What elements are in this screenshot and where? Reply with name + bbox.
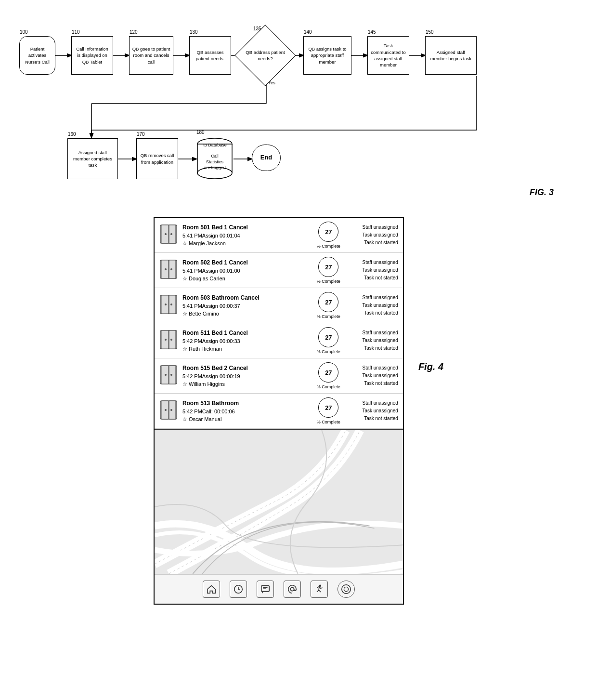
- status-line: Staff unassigned: [345, 329, 398, 337]
- percent-label: % Complete: [317, 349, 340, 354]
- task-person: ☆ Douglas Carlen: [182, 275, 312, 283]
- task-info: Room 502 Bed 1 Cancel 5:41 PMAssign 00:0…: [182, 258, 312, 283]
- home-icon[interactable]: [203, 581, 220, 598]
- task-info: Room 501 Bed 1 Cancel 5:41 PMAssign 00:0…: [182, 223, 312, 248]
- task-title: Room 513 Bathroom: [182, 399, 312, 408]
- status-line: Task unassigned: [345, 231, 398, 239]
- svg-point-37: [165, 304, 167, 305]
- chat-icon[interactable]: [257, 581, 274, 598]
- node-120-label: 120: [130, 29, 138, 36]
- task-time: 5:41 PMAssign 00:01:00: [182, 267, 312, 275]
- task-title: Room 511 Bed 1 Cancel: [182, 329, 312, 337]
- status-line: Task not started: [345, 274, 398, 282]
- svg-point-33: [170, 268, 172, 270]
- task-time: 5:41 PMAssign 00:01:04: [182, 232, 312, 240]
- task-person: ☆ Oscar Manual: [182, 415, 312, 423]
- node-end-text: End: [260, 153, 273, 162]
- task-status: Staff unassignedTask unassignedTask not …: [345, 259, 398, 282]
- status-line: Task unassigned: [345, 266, 398, 274]
- node-180: 180 Call Statistics are Logged to Databa…: [196, 137, 234, 180]
- task-person: ☆ Ruth Hickman: [182, 345, 312, 353]
- door-icon: [159, 330, 178, 352]
- svg-text:Statistics: Statistics: [206, 159, 224, 164]
- node-110: 110 Call Information is displayed on QB …: [71, 36, 113, 75]
- fig4-label: Fig. 4: [418, 361, 443, 372]
- percent-label: % Complete: [317, 314, 340, 319]
- task-percent: 27 % Complete: [317, 327, 340, 354]
- door-icon: [159, 365, 178, 387]
- status-line: Staff unassigned: [345, 364, 398, 372]
- node-170-text: QB removes call from application: [139, 152, 175, 165]
- svg-point-53: [170, 409, 172, 411]
- device-frame: Room 501 Bed 1 Cancel 5:41 PMAssign 00:0…: [154, 217, 404, 605]
- svg-point-43: [170, 339, 172, 341]
- node-110-label: 110: [72, 29, 80, 36]
- task-row[interactable]: Room 501 Bed 1 Cancel 5:41 PMAssign 00:0…: [155, 218, 403, 253]
- node-130-text: QB assesses patient needs.: [192, 49, 228, 62]
- node-end: End: [252, 145, 281, 171]
- node-180-label: 180: [196, 130, 205, 135]
- svg-point-64: [344, 587, 348, 591]
- task-title: Room 515 Bed 2 Cancel: [182, 364, 312, 372]
- task-time: 5:41 PMAssign 00:00:37: [182, 302, 312, 310]
- svg-point-48: [170, 374, 172, 376]
- task-status: Staff unassignedTask unassignedTask not …: [345, 329, 398, 352]
- clock-icon[interactable]: [230, 581, 247, 598]
- map-section: [155, 430, 403, 574]
- node-160-text: Assigned staff member completes task: [70, 149, 115, 169]
- at-icon[interactable]: [284, 581, 301, 598]
- task-time: 5:42 PMAssign 00:00:33: [182, 337, 312, 345]
- task-info: Room 513 Bathroom 5:42 PMCall: 00:00:06 …: [182, 399, 312, 423]
- task-title: Room 502 Bed 1 Cancel: [182, 258, 312, 267]
- fig4-section: Room 501 Bed 1 Cancel 5:41 PMAssign 00:0…: [10, 217, 587, 605]
- circle-icon[interactable]: [337, 581, 355, 598]
- fig3-label: FIG. 3: [530, 187, 554, 198]
- node-100-label: 100: [20, 29, 28, 36]
- svg-point-27: [165, 233, 167, 235]
- task-row[interactable]: Room 511 Bed 1 Cancel 5:42 PMAssign 00:0…: [155, 323, 403, 358]
- task-assign: Call: 00:00:06: [202, 409, 235, 414]
- node-140-label: 140: [304, 29, 312, 36]
- task-person: ☆ William Higgins: [182, 380, 312, 388]
- task-percent: 27 % Complete: [317, 292, 340, 319]
- node-150-text: Assigned staff member begins task: [428, 49, 474, 62]
- svg-text:are Logged: are Logged: [204, 165, 226, 170]
- percent-label: % Complete: [317, 384, 340, 389]
- task-assign: Assign 00:00:37: [202, 303, 240, 309]
- node-100-text: Patient activates Nurse's Call: [22, 46, 52, 65]
- task-percent: 27 % Complete: [317, 362, 340, 389]
- status-line: Task not started: [345, 344, 398, 352]
- task-person: ☆ Bette Cimino: [182, 310, 312, 318]
- svg-point-42: [165, 339, 167, 341]
- status-line: Staff unassigned: [345, 399, 398, 407]
- task-title: Room 501 Bed 1 Cancel: [182, 223, 312, 232]
- status-line: Task not started: [345, 380, 398, 387]
- percent-label: % Complete: [317, 244, 340, 249]
- task-row[interactable]: Room 502 Bed 1 Cancel 5:41 PMAssign 00:0…: [155, 253, 403, 288]
- node-120-text: QB goes to patient room and cancels call: [132, 46, 170, 65]
- status-line: Task not started: [345, 239, 398, 247]
- node-170-label: 170: [137, 131, 145, 138]
- task-row[interactable]: Room 515 Bed 2 Cancel 5:42 PMAssign 00:0…: [155, 358, 403, 394]
- node-160-label: 160: [68, 131, 76, 138]
- task-person: ☆ Margie Jackson: [182, 239, 312, 248]
- status-line: Staff unassigned: [345, 224, 398, 231]
- percent-circle: 27: [318, 257, 338, 277]
- task-percent: 27 % Complete: [317, 257, 340, 284]
- node-130-label: 130: [190, 29, 198, 36]
- task-list: Room 501 Bed 1 Cancel 5:41 PMAssign 00:0…: [155, 218, 403, 430]
- task-assign: Assign 00:00:19: [202, 373, 240, 379]
- node-100: 100 Patient activates Nurse's Call: [19, 36, 55, 75]
- task-info: Room 503 Bathroom Cancel 5:41 PMAssign 0…: [182, 293, 312, 318]
- status-line: Task unassigned: [345, 407, 398, 415]
- node-145: 145 Task communicated to assigned staff …: [367, 36, 409, 75]
- door-icon: [159, 400, 178, 422]
- task-status: Staff unassignedTask unassignedTask not …: [345, 294, 398, 317]
- svg-text:Call: Call: [211, 154, 219, 158]
- door-icon: [159, 294, 178, 317]
- task-row[interactable]: Room 513 Bathroom 5:42 PMCall: 00:00:06 …: [155, 394, 403, 429]
- task-row[interactable]: Room 503 Bathroom Cancel 5:41 PMAssign 0…: [155, 288, 403, 323]
- person-run-icon[interactable]: [311, 581, 328, 598]
- toolbar: [155, 574, 403, 604]
- task-status: Staff unassignedTask unassignedTask not …: [345, 399, 398, 423]
